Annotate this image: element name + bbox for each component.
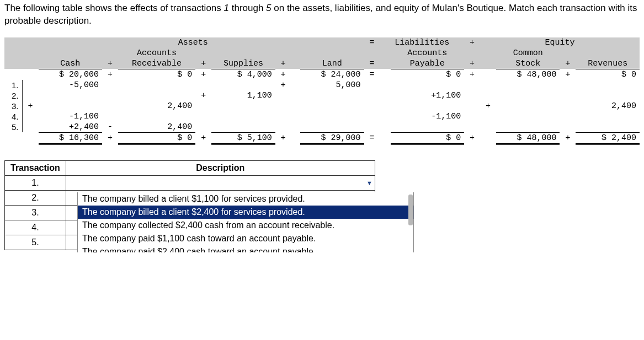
bb-cash: $ 20,000 bbox=[39, 69, 103, 80]
description-select-1[interactable]: ▼ bbox=[66, 175, 375, 190]
tot-rev: $ 2,400 bbox=[576, 132, 640, 144]
match-row-2-num: 2. bbox=[5, 190, 66, 205]
bb-cs: $ 48,000 bbox=[496, 69, 560, 80]
row2-num: 2. bbox=[4, 90, 22, 101]
row4-ap: -1,100 bbox=[391, 111, 465, 122]
transaction-row-5: 5. +2,400 - 2,400 bbox=[4, 122, 640, 133]
plus: + bbox=[464, 69, 480, 80]
dropdown-option-1[interactable]: The company billed a client $2,400 for s… bbox=[78, 206, 413, 219]
row1-num: 1. bbox=[4, 80, 22, 90]
bb-ar: $ 0 bbox=[118, 69, 195, 80]
ar-label-2: Receivable bbox=[118, 58, 195, 69]
instr-pre: The following table shows the effects of… bbox=[4, 3, 224, 13]
assets-header: Assets bbox=[22, 37, 364, 48]
plus: + bbox=[195, 90, 211, 101]
plus-2: + bbox=[195, 58, 211, 69]
match-header-transaction: Transaction bbox=[5, 160, 66, 175]
description-dropdown[interactable]: The company billed a client $1,100 for s… bbox=[77, 192, 414, 252]
match-row-1-num: 1. bbox=[5, 175, 66, 190]
match-row-4-num: 4. bbox=[5, 220, 66, 235]
tot-ap: $ 0 bbox=[391, 132, 465, 144]
row1-cash: -5,000 bbox=[39, 80, 103, 90]
row5-cash: +2,400 bbox=[39, 122, 103, 133]
ap-label-1: Accounts bbox=[391, 48, 465, 58]
dropdown-option-3[interactable]: The company paid $1,100 cash toward an a… bbox=[78, 232, 413, 245]
match-header-description: Description bbox=[66, 160, 375, 175]
cash-label: Cash bbox=[39, 58, 103, 69]
tot-supplies: $ 5,100 bbox=[211, 132, 275, 144]
plus-4: + bbox=[464, 58, 480, 69]
match-row-3-num: 3. bbox=[5, 205, 66, 220]
row3-num: 3. bbox=[4, 101, 22, 111]
plus: + bbox=[275, 80, 291, 90]
tot-ar: $ 0 bbox=[118, 132, 195, 144]
cs-label-2: Stock bbox=[496, 58, 560, 69]
transaction-row-3: 3. + 2,400 + 2,400 bbox=[4, 101, 640, 111]
tot-cs: $ 48,000 bbox=[496, 132, 560, 144]
plus: + bbox=[275, 132, 291, 144]
plus: + bbox=[102, 132, 118, 144]
transaction-row-1: 1. -5,000 + 5,000 bbox=[4, 80, 640, 90]
group-header-row: Assets = Liabilities + Equity bbox=[4, 37, 640, 48]
bb-ap: $ 0 bbox=[391, 69, 465, 80]
dropdown-option-0[interactable]: The company billed a client $1,100 for s… bbox=[78, 192, 413, 206]
row3-ar: 2,400 bbox=[118, 101, 195, 111]
plus-1: + bbox=[102, 58, 118, 69]
ar-label-1: Accounts bbox=[118, 48, 195, 58]
rev-label: Revenues bbox=[576, 58, 640, 69]
plus-5: + bbox=[560, 58, 576, 69]
row3-rev: 2,400 bbox=[576, 101, 640, 111]
plus: + bbox=[195, 69, 211, 80]
match-row-5-num: 5. bbox=[5, 235, 66, 250]
plus: + bbox=[275, 69, 291, 80]
plus-3: + bbox=[275, 58, 291, 69]
ap-label-2: Payable bbox=[391, 58, 465, 69]
plus: + bbox=[22, 101, 39, 111]
instr-num2: 5 bbox=[266, 3, 271, 13]
liabilities-header: Liabilities bbox=[380, 37, 464, 48]
eq-1: = bbox=[364, 58, 380, 69]
instructions-text: The following table shows the effects of… bbox=[4, 2, 640, 28]
bb-land: $ 24,000 bbox=[300, 69, 364, 80]
sub-header-row-1: Accounts Accounts Common bbox=[4, 48, 640, 58]
plus: + bbox=[560, 69, 576, 80]
row2-supplies: 1,100 bbox=[211, 90, 275, 101]
eq: = bbox=[364, 69, 380, 80]
plus: + bbox=[195, 132, 211, 144]
plus: + bbox=[102, 69, 118, 80]
accounting-equation-table: Assets = Liabilities + Equity Accounts A… bbox=[4, 37, 640, 145]
equals-sign: = bbox=[364, 37, 380, 48]
row1-land: 5,000 bbox=[300, 80, 364, 90]
tot-cash: $ 16,300 bbox=[39, 132, 103, 144]
plus: + bbox=[464, 132, 480, 144]
row5-num: 5. bbox=[4, 122, 22, 133]
tot-land: $ 29,000 bbox=[300, 132, 364, 144]
row2-ap: +1,100 bbox=[391, 90, 465, 101]
match-table-wrap: Transaction Description 1. ▼ 2. 3. 4. 5.… bbox=[4, 160, 640, 250]
totals-row: $ 16,300 + $ 0 + $ 5,100 + $ 29,000 = $ … bbox=[4, 132, 640, 144]
sub-header-row-2: Cash + Receivable + Supplies + Land = Pa… bbox=[4, 58, 640, 69]
bb-supplies: $ 4,000 bbox=[211, 69, 275, 80]
equity-header: Equity bbox=[480, 37, 640, 48]
chevron-down-icon: ▼ bbox=[366, 180, 372, 186]
row5-ar: 2,400 bbox=[118, 122, 195, 133]
plus: + bbox=[560, 132, 576, 144]
match-row-1: 1. ▼ bbox=[5, 175, 375, 190]
supplies-label: Supplies bbox=[211, 58, 275, 69]
plus-sign: + bbox=[464, 37, 480, 48]
transaction-row-2: 2. + 1,100 +1,100 bbox=[4, 90, 640, 101]
bb-rev: $ 0 bbox=[576, 69, 640, 80]
instr-mid2: through bbox=[229, 3, 266, 13]
dropdown-option-2[interactable]: The company collected $2,400 cash from a… bbox=[78, 219, 413, 232]
transaction-row-4: 4. -1,100 -1,100 bbox=[4, 111, 640, 122]
dropdown-scrollbar[interactable] bbox=[408, 195, 413, 225]
cs-label-1: Common bbox=[496, 48, 560, 58]
plus: + bbox=[480, 101, 496, 111]
minus: - bbox=[102, 122, 118, 133]
eq: = bbox=[364, 132, 380, 144]
row4-num: 4. bbox=[4, 111, 22, 122]
row4-cash: -1,100 bbox=[39, 111, 103, 122]
dropdown-option-4[interactable]: The company paid $2,400 cash toward an a… bbox=[78, 245, 413, 252]
instr-num1: 1 bbox=[224, 3, 229, 13]
beginning-balance-row: $ 20,000 + $ 0 + $ 4,000 + $ 24,000 = $ … bbox=[4, 69, 640, 80]
